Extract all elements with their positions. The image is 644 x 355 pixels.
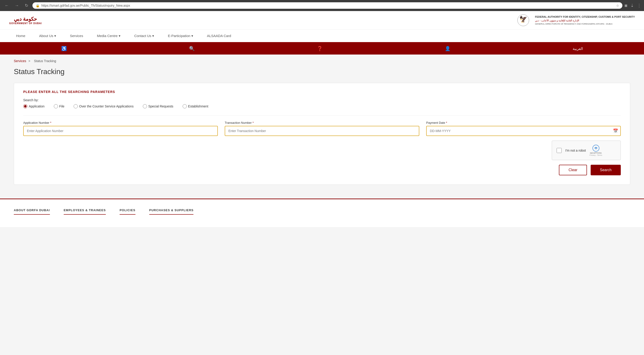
recaptcha-icon [592, 144, 600, 152]
captcha-row: I'm not a robot reCAPTCHA Privacy - Term… [23, 140, 621, 160]
radio-application-input[interactable] [23, 104, 27, 108]
page-content: Status Tracking PLEASE ENTER ALL THE SEA… [0, 65, 644, 194]
accessibility-icon[interactable]: ♿ [56, 45, 72, 52]
clear-button[interactable]: Clear [559, 165, 587, 175]
forward-button[interactable]: → [13, 2, 21, 9]
privacy-text: Privacy - Terms [590, 154, 602, 156]
transaction-number-input[interactable] [225, 126, 419, 136]
federal-text: FEDERAL AUTHORITY FOR IDENTITY, CITIZENS… [535, 15, 635, 26]
page-title: Status Tracking [14, 68, 630, 76]
url-text: https://smart.gdrfad.gov.ae/Public_Th/St… [42, 4, 130, 7]
footer-col-purchases: PURCHASES & SUPPLIERS [149, 208, 194, 218]
captcha-checkbox[interactable] [556, 148, 562, 153]
star-icon: ☆ [616, 4, 619, 7]
payment-required-star: * [446, 121, 447, 124]
fields-row: Application Number * Transaction Number … [23, 121, 621, 136]
site-header: حكومة دبي GOVERNMENT OF DUBAI 🦅 FEDERAL … [0, 11, 644, 30]
calendar-icon[interactable]: 📅 [613, 128, 618, 134]
footer: ABOUT GDRFA DUBAI EMPLOYEES & TRAINEES P… [0, 198, 644, 227]
search-button[interactable]: Search [591, 165, 621, 175]
radio-special-label: Special Requests [148, 104, 174, 108]
breadcrumb: Services > Status Tracking [0, 54, 644, 65]
application-number-label: Application Number * [23, 121, 218, 124]
nav-eparticipation[interactable]: E-Participation ▾ [161, 30, 200, 42]
menu-icon[interactable]: ⋮ [637, 3, 641, 8]
radio-group: Application File Over the Counter Servic… [23, 104, 621, 108]
radio-counter[interactable]: Over the Counter Service Applications [74, 104, 134, 108]
dubai-logo: حكومة دبي GOVERNMENT OF DUBAI [9, 16, 42, 24]
svg-text:🦅: 🦅 [519, 16, 528, 23]
nav-contact[interactable]: Contact Us ▾ [128, 30, 161, 42]
radio-establishment[interactable]: Establishment [182, 104, 208, 108]
captcha-logo: reCAPTCHA Privacy - Terms [590, 144, 602, 156]
breadcrumb-services[interactable]: Services [14, 59, 26, 63]
federal-sub: GENERAL DIRECTORATE OF RESIDENCY AND FOR… [535, 22, 635, 26]
radio-establishment-label: Establishment [188, 104, 208, 108]
radio-establishment-input[interactable] [182, 104, 187, 108]
application-number-input[interactable] [23, 126, 218, 136]
search-by-label: Search by: [23, 98, 621, 102]
federal-arabic: الإدارة العامة للإقامة و شؤون الأجانب - … [535, 19, 635, 22]
footer-cols: ABOUT GDRFA DUBAI EMPLOYEES & TRAINEES P… [14, 208, 630, 218]
nav-services[interactable]: Services [63, 30, 90, 42]
recaptcha-text: reCAPTCHA [590, 152, 602, 154]
federal-eagle-logo: 🦅 [515, 13, 531, 27]
footer-about-title: ABOUT GDRFA DUBAI [14, 208, 50, 215]
lock-icon: 🔒 [36, 4, 40, 7]
nav-about[interactable]: About Us ▾ [32, 30, 63, 42]
radio-counter-input[interactable] [74, 104, 78, 108]
application-required-star: * [50, 121, 51, 124]
refresh-button[interactable]: ↻ [23, 2, 30, 9]
payment-date-input[interactable] [426, 126, 621, 136]
payment-date-label: Payment Date * [426, 121, 621, 124]
breadcrumb-current: Status Tracking [34, 59, 56, 63]
payment-date-group: Payment Date * 📅 [426, 121, 621, 136]
transaction-required-star: * [252, 121, 254, 124]
transaction-number-group: Transaction Number * [225, 121, 419, 136]
footer-col-about: ABOUT GDRFA DUBAI [14, 208, 50, 218]
search-card: PLEASE ENTER ALL THE SEARCHING PARAMETER… [14, 83, 630, 185]
radio-counter-label: Over the Counter Service Applications [79, 104, 134, 108]
user-icon[interactable]: 👤 [440, 45, 455, 52]
radio-special-input[interactable] [143, 104, 147, 108]
captcha-box: I'm not a robot reCAPTCHA Privacy - Term… [552, 140, 621, 160]
payment-date-wrapper: 📅 [426, 126, 621, 136]
radio-file[interactable]: File [54, 104, 65, 108]
breadcrumb-separator: > [28, 59, 31, 63]
radio-special[interactable]: Special Requests [143, 104, 174, 108]
buttons-row: Clear Search [23, 165, 621, 175]
search-instruction: PLEASE ENTER ALL THE SEARCHING PARAMETER… [23, 90, 621, 94]
nav-home[interactable]: Home [9, 30, 32, 42]
radio-file-input[interactable] [54, 104, 58, 108]
arabic-lang-button[interactable]: العربية [568, 46, 588, 52]
radio-application[interactable]: Application [23, 104, 44, 108]
radio-file-label: File [59, 104, 65, 108]
dubai-logo-arabic: حكومة دبي [14, 16, 37, 22]
footer-policies-title: POLICIES [120, 208, 136, 215]
logo-area: حكومة دبي GOVERNMENT OF DUBAI [9, 16, 42, 24]
search-icon[interactable]: 🔍 [184, 45, 200, 52]
footer-employees-title: EMPLOYEES & TRAINEES [64, 208, 106, 215]
footer-purchases-title: PURCHASES & SUPPLIERS [149, 208, 194, 215]
help-icon[interactable]: ❓ [312, 45, 327, 52]
main-nav: Home About Us ▾ Services Media Centre ▾ … [0, 30, 644, 42]
footer-col-employees: EMPLOYEES & TRAINEES [64, 208, 106, 218]
downloads-icon[interactable]: ⇣ [630, 3, 634, 8]
extensions-icon[interactable]: ◙ [625, 3, 627, 8]
nav-media[interactable]: Media Centre ▾ [90, 30, 127, 42]
back-button[interactable]: ← [3, 2, 10, 9]
captcha-label: I'm not a robot [565, 149, 586, 152]
transaction-number-label: Transaction Number * [225, 121, 419, 124]
browser-actions: ◙ ⇣ ⋮ [625, 3, 641, 8]
header-right: 🦅 FEDERAL AUTHORITY FOR IDENTITY, CITIZE… [515, 13, 635, 27]
nav-alsaada[interactable]: ALSAADA Card [200, 30, 238, 42]
application-number-group: Application Number * [23, 121, 218, 136]
dubai-logo-english: GOVERNMENT OF DUBAI [9, 22, 42, 24]
radio-application-label: Application [29, 104, 44, 108]
icon-bar: ♿ 🔍 ❓ 👤 العربية [0, 42, 644, 54]
federal-title: FEDERAL AUTHORITY FOR IDENTITY, CITIZENS… [535, 15, 635, 19]
address-bar[interactable]: 🔒 https://smart.gdrfad.gov.ae/Public_Th/… [32, 2, 622, 9]
browser-chrome: ← → ↻ 🔒 https://smart.gdrfad.gov.ae/Publ… [0, 0, 644, 11]
footer-col-policies: POLICIES [120, 208, 136, 218]
